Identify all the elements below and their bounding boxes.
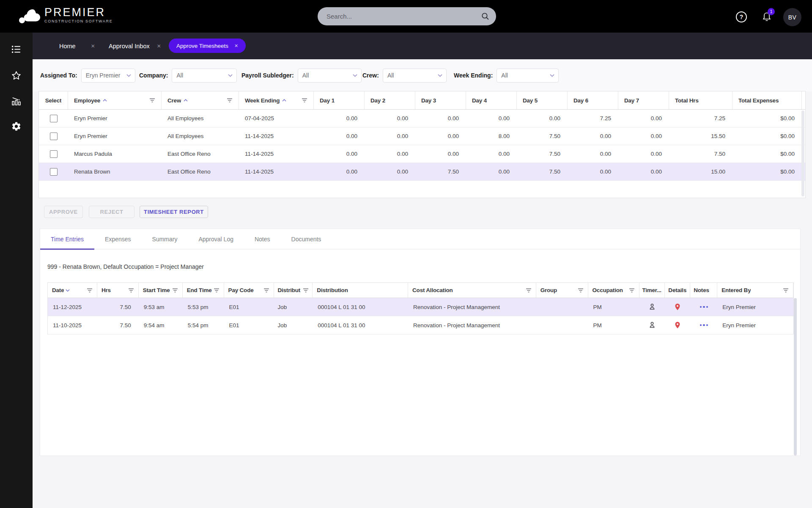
tab-home[interactable]: Home <box>59 33 95 59</box>
filter-icon[interactable] <box>783 288 789 293</box>
col-distribution[interactable]: Distribution <box>313 283 408 298</box>
search-input[interactable] <box>326 13 481 20</box>
tab-approval-log[interactable]: Approval Log <box>188 229 244 249</box>
sort-asc-icon <box>282 99 286 102</box>
chevron-down-icon <box>438 74 442 77</box>
col-distribut[interactable]: Distribut <box>274 283 313 298</box>
tab-documents[interactable]: Documents <box>281 229 332 249</box>
filter-icon[interactable] <box>172 288 178 293</box>
timesheet-row-4-selected[interactable]: Renata Brown East Office Reno 11-14-2025… <box>39 163 805 181</box>
location-pin-icon[interactable] <box>674 303 681 311</box>
timesheet-row-3[interactable]: Marcus Padula East Office Reno 11-14-202… <box>39 145 805 163</box>
filter-icon[interactable] <box>302 98 307 103</box>
col-week-ending[interactable]: Week Ending <box>239 91 314 109</box>
tab-home-close-icon[interactable] <box>91 43 95 49</box>
person-icon[interactable] <box>648 321 656 329</box>
filter-bar: Assigned To: Eryn Premier Company: All P… <box>33 59 812 91</box>
col-notes[interactable]: Notes <box>690 283 717 298</box>
col-crew[interactable]: Crew <box>162 91 239 109</box>
time-entry-row-1-selected[interactable]: 11-12-2025 7.50 9:53 am 5:53 pm E01 Job … <box>48 298 793 316</box>
col-group[interactable]: Group <box>536 283 588 298</box>
nav-tabstrip: Home Approval Inbox Approve Timesheets <box>33 33 812 59</box>
tab-approve-timesheets-close-icon[interactable] <box>234 43 238 49</box>
assigned-to-select[interactable]: Eryn Premier <box>81 69 135 83</box>
help-button[interactable] <box>736 11 747 22</box>
reports-chart-icon[interactable] <box>11 96 22 106</box>
cloud-logo-icon <box>19 6 42 25</box>
payroll-subledger-select[interactable]: All <box>298 69 362 83</box>
assigned-to-value: Eryn Premier <box>86 72 126 79</box>
crew-select[interactable]: All <box>383 69 447 83</box>
list-menu-icon[interactable] <box>11 44 22 55</box>
filter-icon[interactable] <box>227 98 233 103</box>
ellipsis-icon[interactable] <box>700 306 708 308</box>
user-avatar[interactable]: BV <box>783 8 801 26</box>
col-entered-by[interactable]: Entered By <box>717 283 793 298</box>
filter-week-ending: Week Ending: All <box>454 59 559 91</box>
favorites-star-icon[interactable] <box>11 70 22 81</box>
col-occupation[interactable]: Occupation <box>588 283 640 298</box>
col-cost-allocation[interactable]: Cost Allocation <box>408 283 536 298</box>
detail-card: Time Entries Expenses Summary Approval L… <box>40 229 801 456</box>
time-entry-row-2[interactable]: 11-10-2025 7.50 9:54 am 5:54 pm E01 Job … <box>48 316 793 334</box>
global-search[interactable] <box>318 7 496 25</box>
tab-approval-inbox[interactable]: Approval Inbox <box>109 33 161 59</box>
person-icon[interactable] <box>648 303 656 311</box>
col-date[interactable]: Date <box>48 283 97 298</box>
sidebar <box>0 33 33 508</box>
timesheet-table-scrollbar[interactable] <box>801 110 805 197</box>
col-end-time[interactable]: End Time <box>183 283 224 298</box>
row-checkbox[interactable] <box>50 168 58 176</box>
col-total-hrs: Total Hrs <box>669 91 732 109</box>
tab-summary[interactable]: Summary <box>142 229 188 249</box>
col-hrs[interactable]: Hrs <box>97 283 139 298</box>
tab-approve-timesheets-label: Approve Timesheets <box>176 43 228 49</box>
tab-expenses[interactable]: Expenses <box>94 229 141 249</box>
filter-icon[interactable] <box>128 288 134 293</box>
col-day2: Day 2 <box>365 91 415 109</box>
search-icon[interactable] <box>481 12 489 20</box>
col-day3: Day 3 <box>415 91 466 109</box>
company-value: All <box>176 72 228 79</box>
settings-gear-icon[interactable] <box>11 121 22 132</box>
location-pin-icon[interactable] <box>674 321 681 329</box>
notification-badge: 1 <box>768 8 775 15</box>
filter-icon[interactable] <box>578 288 584 293</box>
filter-icon[interactable] <box>214 288 219 293</box>
tab-time-entries[interactable]: Time Entries <box>40 229 94 249</box>
col-timer[interactable]: Timer... <box>639 283 665 298</box>
time-entries-header: Date Hrs Start Time End Time Pay Code Di… <box>48 283 793 298</box>
notifications-button[interactable]: 1 <box>762 11 773 22</box>
tab-approve-timesheets[interactable]: Approve Timesheets <box>169 39 246 53</box>
col-day6: Day 6 <box>568 91 618 109</box>
col-select: Select <box>39 91 68 109</box>
approve-button[interactable]: APPROVE <box>44 206 83 218</box>
filter-icon[interactable] <box>629 288 635 293</box>
company-select[interactable]: All <box>172 69 237 83</box>
tab-home-label: Home <box>59 43 76 50</box>
col-employee[interactable]: Employee <box>68 91 162 109</box>
col-start-time[interactable]: Start Time <box>139 283 183 298</box>
filter-icon[interactable] <box>526 288 532 293</box>
timesheet-report-button[interactable]: TIMESHEET REPORT <box>140 206 208 218</box>
tab-approval-inbox-close-icon[interactable] <box>157 43 161 49</box>
timesheet-row-2[interactable]: Eryn Premier All Employees 11-14-2025 0.… <box>39 127 805 145</box>
col-pay-code[interactable]: Pay Code <box>224 283 274 298</box>
sort-asc-icon <box>184 99 188 102</box>
reject-button[interactable]: REJECT <box>89 206 134 218</box>
row-checkbox[interactable] <box>50 115 58 122</box>
week-ending-select[interactable]: All <box>497 69 559 83</box>
tab-notes[interactable]: Notes <box>244 229 281 249</box>
col-details[interactable]: Details <box>665 283 690 298</box>
filter-company: Company: All <box>139 59 237 91</box>
filter-icon[interactable] <box>263 288 269 293</box>
time-entries-scrollbar[interactable] <box>794 298 797 456</box>
filter-icon[interactable] <box>149 98 155 103</box>
timesheet-row-1[interactable]: Eryn Premier All Employees 07-04-2025 0.… <box>39 110 805 127</box>
ellipsis-icon[interactable] <box>700 324 708 326</box>
filter-icon[interactable] <box>87 288 93 293</box>
row-checkbox[interactable] <box>50 133 58 140</box>
row-checkbox[interactable] <box>50 150 58 158</box>
filter-icon[interactable] <box>303 288 309 293</box>
crew-label: Crew: <box>362 72 379 79</box>
